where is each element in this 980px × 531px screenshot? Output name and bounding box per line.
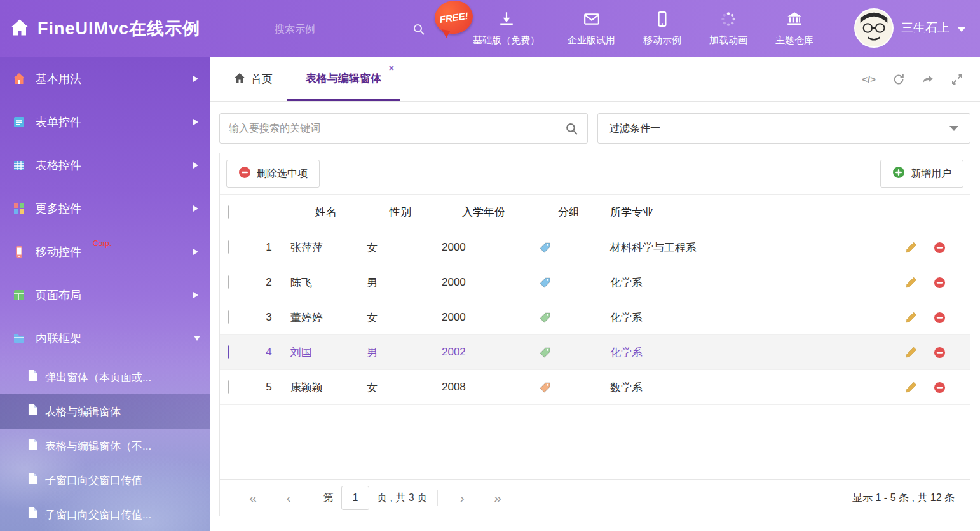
fullscreen-icon[interactable] xyxy=(951,73,963,86)
column-header-group[interactable]: 分组 xyxy=(531,205,606,219)
sidebar-item-label: 页面布局 xyxy=(36,287,81,303)
keyword-input[interactable] xyxy=(229,123,565,134)
column-header-year[interactable]: 入学年份 xyxy=(436,205,531,219)
chevron-down-icon xyxy=(949,126,958,131)
cell-year: 2008 xyxy=(436,381,531,394)
major-link[interactable]: 化学系 xyxy=(610,277,643,289)
sidebar-item-label: 表单控件 xyxy=(36,114,81,130)
sidebar-item-iframe[interactable]: 内联框架 xyxy=(0,317,210,360)
delete-selected-button[interactable]: 删除选中项 xyxy=(226,160,320,188)
nav-label: 移动示例 xyxy=(643,34,681,46)
edit-icon[interactable] xyxy=(906,382,917,393)
cell-gender: 女 xyxy=(365,310,436,325)
sidebar-item-mobile-controls[interactable]: 移动控件 Corp. xyxy=(0,230,210,273)
row-checkbox[interactable] xyxy=(228,240,229,254)
sidebar-item-grid-controls[interactable]: 表格控件 xyxy=(0,144,210,187)
column-header-gender[interactable]: 性别 xyxy=(365,205,436,219)
sidebar-item-label: 基本用法 xyxy=(36,71,81,86)
search-icon[interactable] xyxy=(412,23,425,36)
file-icon xyxy=(28,404,37,419)
next-page-button[interactable]: › xyxy=(444,490,480,506)
cell-name: 董婷婷 xyxy=(287,310,365,325)
divider xyxy=(437,490,438,506)
major-link[interactable]: 化学系 xyxy=(610,347,643,359)
tab-toolbar: </> xyxy=(862,57,980,101)
select-all-checkbox[interactable] xyxy=(228,205,229,219)
sidebar-subitem-label: 表格与编辑窗体（不... xyxy=(45,439,151,453)
share-icon[interactable] xyxy=(922,73,934,86)
sidebar-subitem-child-to-parent-2[interactable]: 子窗口向父窗口传值... xyxy=(0,497,210,531)
edit-icon[interactable] xyxy=(906,347,917,358)
sidebar-item-form-controls[interactable]: 表单控件 xyxy=(0,100,210,144)
column-header-major[interactable]: 所学专业 xyxy=(606,205,895,219)
row-checkbox[interactable] xyxy=(228,345,229,359)
nav-basic-free[interactable]: 基础版（免费） xyxy=(459,11,554,46)
last-page-button[interactable]: » xyxy=(480,490,515,506)
row-index: 4 xyxy=(250,346,287,359)
sidebar-item-more-controls[interactable]: 更多控件 xyxy=(0,187,210,230)
header-nav: 基础版（免费） 企业版试用 移动示例 加载动画 主题仓库 xyxy=(459,0,827,57)
prev-page-button[interactable]: ‹ xyxy=(271,490,306,506)
cell-year: 2000 xyxy=(436,276,531,289)
sidebar-item-page-layout[interactable]: 页面布局 xyxy=(0,273,210,317)
table-row[interactable]: 3 董婷婷 女 2000 化学系 xyxy=(220,300,970,335)
tab-grid-edit-window[interactable]: 表格与编辑窗体 × xyxy=(287,57,400,101)
major-link[interactable]: 材料科学与工程系 xyxy=(610,242,697,254)
cell-name: 康颖颖 xyxy=(287,380,365,395)
tag-icon[interactable] xyxy=(540,347,550,358)
delete-icon[interactable] xyxy=(934,382,946,394)
nav-loading-animation[interactable]: 加载动画 xyxy=(695,11,761,46)
sidebar-subitem-grid-edit-window-2[interactable]: 表格与编辑窗体（不... xyxy=(0,429,210,463)
delete-icon[interactable] xyxy=(934,312,946,324)
sidebar-subitem-grid-edit-window[interactable]: 表格与编辑窗体 xyxy=(0,394,210,429)
edit-icon[interactable] xyxy=(906,277,917,288)
table-row[interactable]: 4 刘国 男 2002 化学系 xyxy=(220,335,970,370)
tab-home[interactable]: 首页 xyxy=(220,57,287,101)
column-header-name[interactable]: 姓名 xyxy=(287,205,365,219)
delete-icon[interactable] xyxy=(934,347,946,359)
user-menu[interactable]: 三生石上 xyxy=(854,8,966,48)
sidebar-subitem-popup-window[interactable]: 弹出窗体（本页面或... xyxy=(0,360,210,394)
filter-dropdown[interactable]: 过滤条件一 xyxy=(597,113,970,144)
table-row[interactable]: 2 陈飞 男 2000 化学系 xyxy=(220,265,970,300)
tag-icon[interactable] xyxy=(540,277,550,288)
pagination-bar: « ‹ 第 页 , 共 3 页 › » 显示 1 - 5 条 , 共 12 条 xyxy=(220,479,970,516)
spinner-icon xyxy=(720,11,737,30)
form-icon xyxy=(13,116,27,128)
first-page-button[interactable]: « xyxy=(235,490,271,506)
plus-circle-icon xyxy=(892,166,905,181)
file-icon xyxy=(28,472,37,488)
sidebar-subitem-child-to-parent[interactable]: 子窗口向父窗口传值 xyxy=(0,463,210,497)
nav-mobile-demo[interactable]: 移动示例 xyxy=(629,11,695,46)
nav-enterprise-trial[interactable]: 企业版试用 xyxy=(554,11,629,46)
major-link[interactable]: 化学系 xyxy=(610,312,643,324)
folder-icon xyxy=(13,332,27,345)
sidebar-subitem-label: 弹出窗体（本页面或... xyxy=(45,370,151,385)
sidebar-item-label: 表格控件 xyxy=(36,158,81,173)
row-checkbox[interactable] xyxy=(228,380,229,394)
source-code-icon[interactable]: </> xyxy=(862,74,876,85)
refresh-icon[interactable] xyxy=(892,73,905,86)
sidebar-item-basic-usage[interactable]: 基本用法 xyxy=(0,57,210,100)
edit-icon[interactable] xyxy=(906,312,917,323)
row-checkbox[interactable] xyxy=(228,310,229,324)
table-row[interactable]: 1 张萍萍 女 2000 材料科学与工程系 xyxy=(220,230,970,265)
add-user-button[interactable]: 新增用户 xyxy=(880,160,963,188)
close-icon[interactable]: × xyxy=(389,63,394,73)
delete-icon[interactable] xyxy=(934,242,946,254)
delete-icon[interactable] xyxy=(934,277,946,289)
tag-icon[interactable] xyxy=(540,242,550,253)
sidebar-subitem-label: 表格与编辑窗体 xyxy=(45,404,121,419)
table-row[interactable]: 5 康颖颖 女 2008 数学系 xyxy=(220,370,970,405)
search-icon[interactable] xyxy=(565,122,578,135)
nav-theme-store[interactable]: 主题仓库 xyxy=(761,11,827,46)
major-link[interactable]: 数学系 xyxy=(610,382,643,394)
tag-icon[interactable] xyxy=(540,382,550,393)
edit-icon[interactable] xyxy=(906,242,917,253)
sidebar-item-label: 内联框架 xyxy=(36,331,81,346)
header-search-input[interactable] xyxy=(275,24,406,35)
tab-label: 首页 xyxy=(251,72,273,86)
row-checkbox[interactable] xyxy=(228,275,229,289)
page-number-input[interactable] xyxy=(341,486,369,510)
tag-icon[interactable] xyxy=(540,312,550,323)
